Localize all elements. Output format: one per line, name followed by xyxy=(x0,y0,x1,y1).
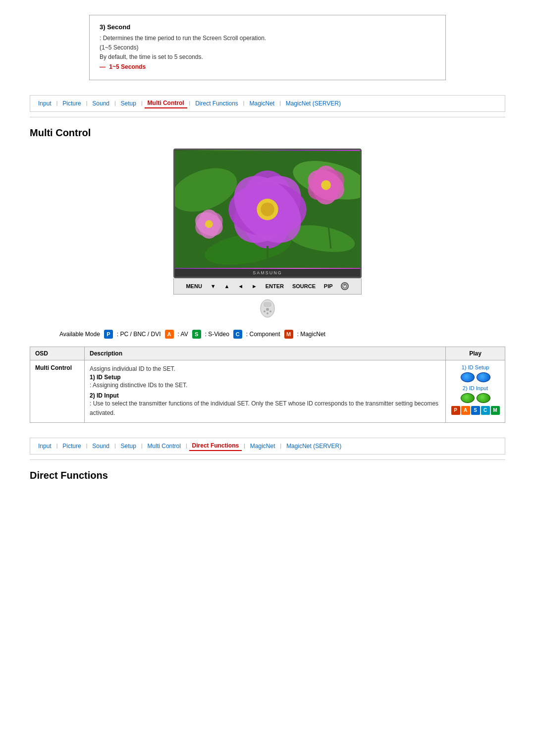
nav-magicnet-bottom[interactable]: MagicNet xyxy=(247,442,278,451)
nav-input-top[interactable]: Input xyxy=(35,99,54,108)
nav-multicontrol-top[interactable]: Multi Control xyxy=(145,99,187,108)
id-setup-title: 1) ID Setup xyxy=(90,374,121,381)
info-highlight: 1~5 Seconds xyxy=(109,63,146,70)
menu-button[interactable]: MENU xyxy=(186,283,202,289)
osd-name-cell: Multi Control xyxy=(30,360,85,422)
svg-point-14 xyxy=(321,180,331,190)
mode-a-label: : AV xyxy=(178,331,188,338)
nav-directfunctions-bottom[interactable]: Direct Functions xyxy=(189,441,242,451)
osd-desc-cell: Assigns individual ID to the SET. 1) ID … xyxy=(85,360,446,422)
monitor-container: SAMSUNG MENU ▼ ▲ ◄ ► ENTER SOURCE PIP xyxy=(30,149,505,320)
monitor-screen xyxy=(175,150,360,269)
nav-magicnet-top[interactable]: MagicNet xyxy=(246,99,277,108)
table-row: Multi Control Assigns individual ID to t… xyxy=(30,360,505,422)
source-button[interactable]: SOURCE xyxy=(292,283,316,289)
nav-setup-top[interactable]: Setup xyxy=(118,99,139,108)
info-box: 3) Second : Determines the time period t… xyxy=(89,15,446,80)
badge-c: C xyxy=(233,330,242,339)
oval-btn-1 xyxy=(461,372,475,382)
svg-point-18 xyxy=(205,220,213,228)
osd-table: OSD Description Play Multi Control Assig… xyxy=(30,347,505,423)
enter-button[interactable]: ENTER xyxy=(266,283,284,289)
nav-bar-bottom: Input | Picture | Sound | Setup | Multi … xyxy=(30,438,505,454)
play-setup-icons xyxy=(451,372,500,382)
nav-multicontrol-bottom[interactable]: Multi Control xyxy=(145,442,184,451)
badge-a: A xyxy=(165,330,174,339)
nav-magicnet-server-bottom[interactable]: MagicNet (SERVER) xyxy=(283,442,344,451)
multi-control-heading: Multi Control xyxy=(30,127,505,139)
col-play: Play xyxy=(446,347,505,360)
play-setup-label: 1) ID Setup xyxy=(451,364,500,370)
available-mode-label: Available Mode xyxy=(59,331,100,338)
svg-point-27 xyxy=(269,310,271,312)
svg-point-10 xyxy=(261,202,274,216)
oval-btn-green-1 xyxy=(461,393,475,403)
nav-sound-top[interactable]: Sound xyxy=(89,99,112,108)
play-input-label: 2) ID Input xyxy=(451,385,500,391)
play-input-icons xyxy=(451,393,500,403)
id-input-title: 2) ID Input xyxy=(90,392,119,399)
desc-intro: Assigns individual ID to the SET. xyxy=(90,364,440,374)
desc-item-1: 1) ID Setup : Assigning distinctive IDs … xyxy=(90,374,440,390)
info-line-3: By default, the time is set to 5 seconds… xyxy=(100,53,203,60)
desc-item-2: 2) ID Input : Use to select the transmit… xyxy=(90,392,440,418)
osd-play-cell: 1) ID Setup 2) ID Input P A S C xyxy=(446,360,505,422)
svg-point-26 xyxy=(264,310,266,312)
down-button[interactable]: ▼ xyxy=(211,283,216,289)
mode-c-label: : Component xyxy=(246,331,280,338)
up-button[interactable]: ▲ xyxy=(224,283,229,289)
right-button[interactable]: ► xyxy=(252,283,257,289)
left-button[interactable]: ◄ xyxy=(238,283,243,289)
monitor-brand: SAMSUNG xyxy=(175,269,360,277)
pascm-c: C xyxy=(481,406,490,415)
nav-picture-top[interactable]: Picture xyxy=(59,99,84,108)
remote-icon xyxy=(258,299,277,320)
info-box-desc: : Determines the time period to run the … xyxy=(100,34,435,72)
pascm-row: P A S C M xyxy=(451,406,500,415)
nav-bar-top: Input | Picture | Sound | Setup | Multi … xyxy=(30,95,505,112)
nav-magicnet-server-top[interactable]: MagicNet (SERVER) xyxy=(283,99,344,108)
svg-point-28 xyxy=(267,312,268,314)
pascm-a: A xyxy=(461,406,470,415)
power-button[interactable] xyxy=(341,282,349,290)
oval-btn-2 xyxy=(477,372,490,382)
pascm-s: S xyxy=(471,406,480,415)
badge-p: P xyxy=(104,330,113,339)
monitor-frame: SAMSUNG xyxy=(173,149,362,278)
badge-s: S xyxy=(192,330,201,339)
badge-m: M xyxy=(284,330,293,339)
svg-rect-24 xyxy=(264,302,271,306)
direct-functions-heading: Direct Functions xyxy=(30,470,505,481)
nav-sound-bottom[interactable]: Sound xyxy=(89,442,112,451)
available-mode-row: Available Mode P : PC / BNC / DVI A : AV… xyxy=(59,330,505,339)
nav-directfunctions-top[interactable]: Direct Functions xyxy=(192,99,241,108)
col-description: Description xyxy=(85,347,446,360)
id-input-detail: : Use to select the transmitter function… xyxy=(90,400,438,416)
flower-image xyxy=(175,150,360,269)
mode-p-label: : PC / BNC / DVI xyxy=(117,331,161,338)
pip-button[interactable]: PIP xyxy=(324,283,333,289)
svg-point-25 xyxy=(266,308,269,311)
info-line-2: (1~5 Seconds) xyxy=(100,44,138,51)
bottom-divider xyxy=(30,459,505,460)
pascm-m: M xyxy=(491,406,500,415)
id-setup-detail: : Assigning distinctive IDs to the SET. xyxy=(90,382,187,389)
nav-input-bottom[interactable]: Input xyxy=(35,442,54,451)
col-osd: OSD xyxy=(30,347,85,360)
top-divider xyxy=(30,117,505,117)
arrow-icon: — xyxy=(100,63,106,70)
nav-setup-bottom[interactable]: Setup xyxy=(118,442,139,451)
oval-btn-green-2 xyxy=(477,393,490,403)
mode-m-label: : MagicNet xyxy=(297,331,325,338)
info-line-1: : Determines the time period to run the … xyxy=(100,35,266,42)
pascm-p: P xyxy=(451,406,460,415)
info-box-title: 3) Second xyxy=(100,23,435,31)
monitor-controls: MENU ▼ ▲ ◄ ► ENTER SOURCE PIP xyxy=(173,278,362,295)
mode-s-label: : S-Video xyxy=(205,331,229,338)
nav-picture-bottom[interactable]: Picture xyxy=(59,442,84,451)
